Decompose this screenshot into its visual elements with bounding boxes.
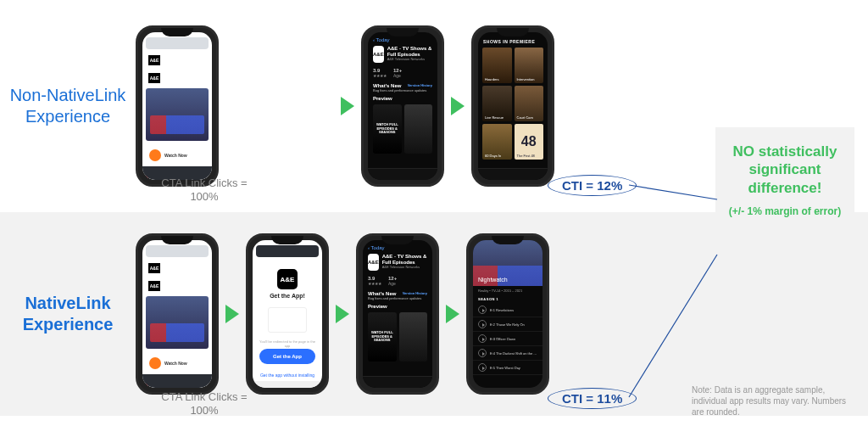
interstitial-heading: Get the App! bbox=[259, 293, 315, 299]
phone-grid: SHOWS IN PREMIERE Hoarders Intervention … bbox=[471, 25, 554, 187]
interstitial-addressbar bbox=[256, 245, 319, 257]
phone-web-top: A&E A&E Watch Now Don't Miss The Latest … bbox=[136, 25, 219, 187]
app-subtitle: A&E Television Networks bbox=[382, 265, 427, 269]
back-link[interactable]: ‹ Today bbox=[363, 240, 432, 250]
hero-image bbox=[146, 296, 209, 349]
app-stats: 3.9★★★★ 12+Age bbox=[363, 274, 432, 288]
back-link[interactable]: ‹ Today bbox=[368, 32, 437, 42]
episode-row[interactable]: E:2 Those We Rely On bbox=[473, 317, 542, 332]
show-tile[interactable]: Live Rescue bbox=[482, 86, 512, 121]
episode-row[interactable]: E:4 The Darkest Shift on the Gr… bbox=[473, 346, 542, 361]
whats-new-header: What's NewVersion History bbox=[368, 80, 437, 88]
callout-sub: (+/- 1% margin of error) bbox=[724, 205, 846, 217]
season-header: SEASON 1 bbox=[473, 295, 542, 303]
arrow-icon bbox=[446, 305, 459, 323]
phone-episode-list: Nightwatch Reality • TV-14 • 2015 – 2021… bbox=[466, 233, 549, 395]
arrow-icon bbox=[336, 305, 349, 323]
play-icon bbox=[478, 320, 487, 328]
play-icon bbox=[149, 357, 161, 369]
caption-cta-bottom: CTA Link Clicks = 100% bbox=[158, 390, 251, 417]
ae-logo-icon: A&E bbox=[148, 281, 160, 291]
get-app-button[interactable]: Get the App bbox=[259, 349, 315, 364]
app-stats: 3.9★★★★ 12+Age bbox=[368, 66, 437, 80]
episode-row[interactable]: E:1 Revelations bbox=[473, 303, 542, 317]
preview-screenshot: WATCH FULL EPISODES & SEASONS bbox=[368, 312, 397, 362]
watch-now-cta[interactable]: Watch Now bbox=[146, 146, 209, 165]
arrow-icon bbox=[451, 97, 465, 115]
app-title: A&E - TV Shows & Full Episodes bbox=[382, 254, 427, 265]
caption-cta-top: CTA Link Clicks = 100% bbox=[158, 177, 251, 203]
show-banner: Nightwatch bbox=[473, 240, 542, 286]
ae-logo-icon: A&E bbox=[148, 73, 160, 83]
phone-web-bottom: A&E A&E Watch Now Don't Miss The Latest … bbox=[136, 233, 219, 395]
play-icon bbox=[478, 334, 487, 343]
store-tabbar bbox=[363, 376, 432, 388]
addressbar bbox=[146, 37, 209, 49]
cta-text: Watch Now bbox=[164, 361, 187, 366]
app-tabbar bbox=[478, 168, 548, 180]
arrow-icon bbox=[225, 305, 239, 323]
show-tile[interactable]: Intervention bbox=[515, 48, 544, 83]
interstitial-app-icon: A&E bbox=[277, 269, 298, 289]
play-icon bbox=[478, 349, 487, 357]
app-icon: A&E bbox=[373, 46, 384, 63]
row-label-nativelink: NativeLink Experience bbox=[0, 293, 136, 335]
episode-row[interactable]: E:3 Officer Down bbox=[473, 332, 542, 346]
preview-header: Preview bbox=[368, 92, 437, 101]
app-subtitle: A&E Television Networks bbox=[387, 57, 432, 61]
row-label-non-nativelink: Non-NativeLink Experience bbox=[0, 85, 136, 127]
skip-link[interactable]: Get the app without installing bbox=[253, 373, 322, 378]
store-tabbar bbox=[368, 168, 437, 180]
app-title: A&E - TV Shows & Full Episodes bbox=[387, 46, 432, 57]
play-icon bbox=[478, 363, 487, 372]
hero-image bbox=[146, 88, 209, 141]
grid-header: SHOWS IN PREMIERE bbox=[478, 32, 548, 48]
flow-bottom: A&E A&E Watch Now Don't Miss The Latest … bbox=[136, 233, 868, 395]
play-icon bbox=[478, 305, 487, 314]
preview-header: Preview bbox=[363, 300, 432, 309]
ae-logo-icon: A&E bbox=[148, 263, 160, 273]
footnote: Note: Data is an aggregate sample, indiv… bbox=[692, 384, 853, 418]
ae-logo-icon: A&E bbox=[148, 55, 160, 65]
show-tile[interactable]: 60 Days In bbox=[482, 124, 512, 160]
browser-footer bbox=[253, 381, 322, 388]
watch-now-cta[interactable]: Watch Now bbox=[146, 354, 209, 373]
cti-badge-bottom: CTI = 11% bbox=[548, 388, 637, 409]
phone-appstore-top: ‹ Today A&E A&E - TV Shows & Full Episod… bbox=[361, 25, 444, 187]
browser-tabbar bbox=[142, 374, 212, 388]
addressbar bbox=[146, 245, 209, 257]
interstitial-message bbox=[268, 307, 307, 333]
callout-box: NO statistically significant difference!… bbox=[715, 127, 854, 233]
preview-screenshot bbox=[399, 312, 428, 362]
cta-text: Watch Now bbox=[164, 153, 187, 158]
app-icon: A&E bbox=[368, 254, 379, 271]
phone-interstitial: A&E Get the App! You'll be redirected to… bbox=[246, 233, 329, 395]
whats-new-header: What's NewVersion History bbox=[363, 288, 432, 296]
play-icon bbox=[149, 149, 161, 161]
episode-row[interactable]: E:5 Their Worst Day bbox=[473, 361, 542, 375]
show-title: Nightwatch bbox=[478, 277, 508, 283]
preview-screenshot: WATCH FULL EPISODES & SEASONS bbox=[373, 104, 402, 154]
cti-badge-top: CTI = 12% bbox=[548, 175, 637, 196]
callout-main: NO statistically significant difference! bbox=[724, 143, 846, 197]
preview-screenshot bbox=[404, 104, 433, 154]
show-tile[interactable]: Hoarders bbox=[482, 48, 512, 83]
show-tile[interactable]: The First 48 bbox=[515, 124, 544, 160]
show-tile[interactable]: Court Cam bbox=[515, 86, 544, 121]
show-meta: Reality • TV-14 • 2015 – 2021 bbox=[473, 286, 542, 295]
arrow-icon bbox=[341, 97, 354, 115]
interstitial-note: You'll be redirected to the page in the … bbox=[259, 339, 315, 348]
phone-appstore-bottom: ‹ Today A&E A&E - TV Shows & Full Episod… bbox=[356, 233, 439, 395]
